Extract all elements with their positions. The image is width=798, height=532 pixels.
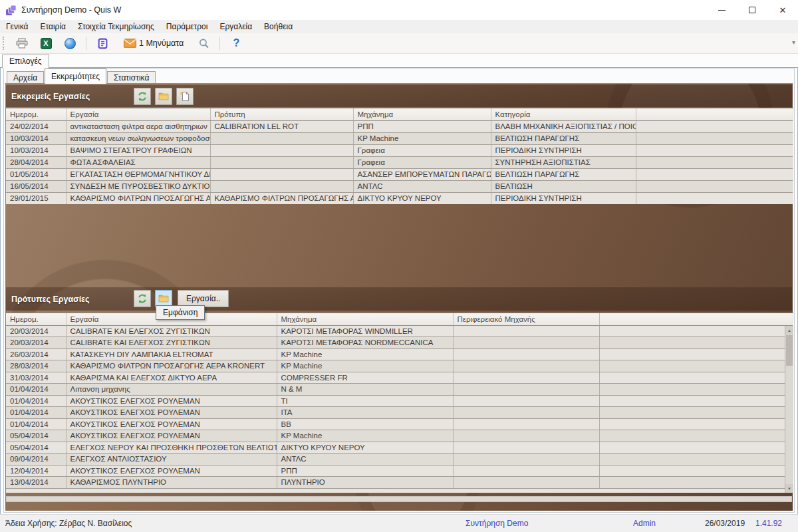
table-row[interactable]: 01/04/2014ΑΚΟΥΣΤΙΚΟΣ ΕΛΕΓΧΟΣ ΡΟΥΛΕΜΑΝITA — [6, 407, 793, 419]
table-row[interactable]: 20/03/2014CALIBRATE ΚΑΙ ΕΛΕΓΧΟΣ ΖΥΓΙΣΤΙΚ… — [6, 337, 793, 349]
table-cell: Γραφεια — [353, 144, 491, 156]
table-cell: Λιπανση μηχανης — [66, 384, 277, 396]
table-row[interactable]: 01/04/2014ΑΚΟΥΣΤΙΚΟΣ ΕΛΕΓΧΟΣ ΡΟΥΛΕΜΑΝTI — [6, 395, 793, 407]
toolbar-overflow-icon[interactable]: ▾ — [792, 39, 795, 46]
menu-item-general[interactable]: Γενικά — [0, 20, 34, 33]
table-cell — [599, 442, 793, 454]
table-row[interactable]: 20/03/2014CALIBRATE ΚΑΙ ΕΛΕΓΧΟΣ ΖΥΓΙΣΤΙΚ… — [6, 325, 793, 337]
toolbar-separator — [219, 37, 220, 50]
table-cell — [453, 430, 599, 442]
status-version: 1.41.92 — [755, 515, 782, 532]
table-cell — [453, 395, 599, 407]
table-row[interactable]: 01/04/2014ΑΚΟΥΣΤΙΚΟΣ ΕΛΕΓΧΟΣ ΡΟΥΛΕΜΑΝBB — [6, 418, 793, 430]
table-cell: CALIBRATE ΚΑΙ ΕΛΕΓΧΟΣ ΖΥΓΙΣΤΙΚΩΝ — [66, 337, 277, 349]
table-cell: 13/04/2014 — [6, 477, 66, 489]
export-excel-button[interactable]: X — [37, 35, 55, 52]
table-cell — [453, 465, 599, 477]
table-row[interactable]: 13/04/2014ΚΑΘΑΡΙΣΜΟΣ ΠΛΥΝΤΗΡΙΟΠΛΥΝΤΗΡΙΟ — [6, 477, 793, 489]
pending-open-button[interactable] — [155, 88, 172, 105]
table-cell: 20/03/2014 — [6, 337, 66, 349]
table-cell: ΚΑΘΑΡΙΣΜΟ ΦΙΛΤΡΩΝ ΠΡΟΣΑΓΩΓΗΣ Α — [210, 192, 353, 204]
column-header[interactable]: Ημερομ. — [6, 313, 66, 325]
table-row[interactable]: 24/02/2014αντικατασταση φιλτρα αερα αισθ… — [6, 120, 793, 132]
table-cell — [599, 395, 793, 407]
table-cell: ΡΠΠ — [353, 120, 491, 132]
scrollbar-thumb[interactable] — [786, 335, 793, 366]
messages-button[interactable]: 1 Μηνύματα — [124, 35, 184, 52]
template-section-header: Πρότυπες Εργασίες Εργ — [6, 287, 792, 311]
table-row[interactable]: 10/03/2014κατασκευη νεων σωληνωσεων τροφ… — [6, 132, 793, 144]
menu-item-help[interactable]: Βοήθεια — [258, 20, 299, 33]
table-row[interactable]: 05/04/2014ΑΚΟΥΣΤΙΚΟΣ ΕΛΕΓΧΟΣ ΡΟΥΛΕΜΑΝKP … — [6, 430, 793, 442]
menu-item-company[interactable]: Εταιρία — [34, 20, 72, 33]
table-cell: ΕΓΚΑΤΑΣΤΑΣΗ ΘΕΡΜΟΜΑΓΝΗΤΙΚΟΥ ΔΙΑΚΟΠΤ — [66, 168, 210, 180]
tab-statistics[interactable]: Στατιστικά — [107, 71, 156, 84]
menu-item-tools[interactable]: Εργαλεία — [213, 20, 258, 33]
table-row[interactable]: 31/03/2014ΚΑΘΑΡΙΣΜΑ ΚΑΙ ΕΛΕΓΧΟΣ ΔΙΚΤΥΟ Α… — [6, 372, 793, 384]
main-frame: Αρχεία Εκκρεμότητες Στατιστικά Εκκρεμείς… — [3, 68, 795, 513]
table-row[interactable]: 05/04/2014ΕΛΕΓΧΟΣ ΝΕΡΟΥ ΚΑΙ ΠΡΟΣΘΗΚΗ ΠΡΟ… — [6, 442, 793, 454]
scroll-up-icon[interactable]: ▲ — [785, 326, 793, 334]
vertical-scrollbar[interactable]: ▲ ▼ — [785, 326, 793, 493]
column-header[interactable]: Εργασία — [66, 108, 210, 120]
status-date: 26/03/2019 — [705, 515, 745, 532]
table-row[interactable]: 10/03/2014ΒΑΨΙΜΟ ΣΤΕΓΑΣΤΡΟΥ ΓΡΑΦΕΙΩΝΓραφ… — [6, 144, 793, 156]
menu-item-parameters[interactable]: Παράμετροι — [160, 20, 214, 33]
table-row[interactable]: 12/04/2014ΑΚΟΥΣΤΙΚΟΣ ΕΛΕΓΧΟΣ ΡΟΥΛΕΜΑΝΡΠΠ — [6, 465, 793, 477]
tab-files[interactable]: Αρχεία — [7, 71, 44, 84]
table-cell — [453, 442, 599, 454]
template-refresh-button[interactable] — [134, 290, 151, 307]
table-row[interactable]: 01/05/2014ΕΓΚΑΤΑΣΤΑΣΗ ΘΕΡΜΟΜΑΓΝΗΤΙΚΟΥ ΔΙ… — [6, 168, 793, 180]
window-title: Συντήρηση Demo - Quis W — [21, 5, 121, 15]
column-header[interactable]: Κατηγορία — [491, 108, 636, 120]
table-row[interactable]: 01/04/2014Λιπανση μηχανηςN & M — [6, 384, 793, 396]
table-cell — [210, 144, 353, 156]
main-tab-strip: Επιλογές — [0, 54, 798, 68]
table-cell — [636, 120, 793, 132]
column-header[interactable] — [636, 108, 793, 120]
table-cell: ΚΑΘΑΡΙΣΜΟ ΦΙΛΤΡΩΝ ΠΡΟΣΑΓΩΓΗΣ ΑΕΡΑ Χ — [66, 192, 210, 204]
print-button[interactable] — [13, 35, 31, 52]
table-cell: ΠΕΡΙΟΔΙΚΗ ΣΥΝΤΗΡΙΣΗ — [491, 144, 636, 156]
table-cell: ΚΑΘΑΡΙΣΜΟ ΦΙΛΤΡΩΝ ΠΡΟΣΑΓΩΓΗΣ ΑΕΡΑ KRONER… — [66, 360, 277, 372]
column-header[interactable] — [599, 313, 793, 325]
minimize-button[interactable] — [706, 0, 737, 20]
help-button[interactable]: ? — [227, 35, 245, 52]
column-header[interactable]: Μηχάνημα — [353, 108, 491, 120]
tab-options[interactable]: Επιλογές — [2, 55, 49, 68]
search-button[interactable] — [195, 35, 212, 52]
toolbar-separator — [86, 37, 86, 50]
maximize-button[interactable] — [737, 0, 767, 20]
close-button[interactable]: ✕ — [767, 0, 798, 20]
window-controls: ✕ — [706, 0, 798, 20]
column-header[interactable]: Περιφερειακό Μηχανής — [453, 313, 599, 325]
notes-button[interactable] — [94, 35, 111, 52]
scroll-down-icon[interactable]: ▼ — [785, 484, 793, 493]
column-header[interactable]: Μηχάνημα — [277, 313, 453, 325]
web-button[interactable] — [61, 35, 78, 52]
minimize-icon — [718, 10, 726, 11]
column-header[interactable]: Ημερομ. — [6, 108, 66, 120]
pending-new-button[interactable] — [176, 88, 194, 105]
table-row[interactable]: 28/04/2014ΦΩΤΑ ΑΣΦΑΛΕΙΑΣΓραφειαΣΥΝΤΗΡΗΣΗ… — [6, 156, 793, 168]
horizontal-scrollbar[interactable] — [6, 496, 792, 502]
column-header[interactable]: Πρότυπη — [210, 108, 353, 120]
tab-pending[interactable]: Εκκρεμότητες — [45, 68, 106, 84]
menu-item-documentation[interactable]: Στοιχεία Τεκμηρίωσης — [72, 20, 160, 33]
toolbar-grip[interactable] — [3, 37, 4, 50]
table-row[interactable]: 16/05/2014ΣΥΝΔΕΣΗ ΜΕ ΠΥΡΟΣΒΕΣΤΙΚΟ ΔΥΚΤΙΟ… — [6, 180, 793, 192]
new-document-icon — [180, 91, 190, 102]
table-cell: 05/04/2014 — [6, 442, 66, 454]
table-row[interactable]: 29/01/2015ΚΑΘΑΡΙΣΜΟ ΦΙΛΤΡΩΝ ΠΡΟΣΑΓΩΓΗΣ Α… — [6, 192, 793, 204]
table-cell — [636, 192, 793, 204]
table-row[interactable]: 28/03/2014ΚΑΘΑΡΙΣΜΟ ΦΙΛΤΡΩΝ ΠΡΟΣΑΓΩΓΗΣ Α… — [6, 360, 793, 372]
table-row[interactable]: 26/03/2014ΚΑΤΑΣΚΕΥΗ DIY ΛΑΜΠΑΚΙΑ ELTROMA… — [6, 348, 793, 360]
table-row[interactable]: 09/04/2014ΕΛΕΓΧΟΣ ΑΝΤΛΙΟΣΤΑΣΙΟΥΑΝΤΛC — [6, 454, 793, 466]
header-row: Ημερομ.ΕργασίαΜηχάνημαΠεριφερειακό Μηχαν… — [6, 313, 793, 325]
table-cell: 16/05/2014 — [6, 180, 66, 192]
table-cell: ΒΕΛΤΙΩΣΗ ΠΑΡΑΓΩΓΗΣ — [491, 132, 636, 144]
table-cell: 26/03/2014 — [6, 348, 66, 360]
pending-refresh-button[interactable] — [134, 88, 151, 105]
table-cell — [453, 372, 599, 384]
scrollbar-track[interactable] — [785, 334, 793, 484]
